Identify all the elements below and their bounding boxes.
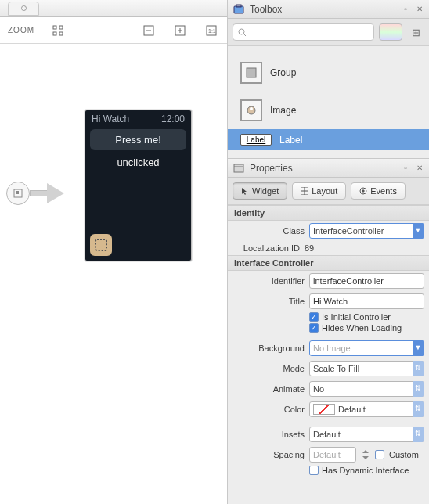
animate-combo[interactable]: No⇅ xyxy=(309,381,424,397)
cursor-icon xyxy=(241,187,249,195)
spacing-field[interactable]: Default xyxy=(309,447,356,463)
chk-hides[interactable]: ✓Hides When Loading xyxy=(228,322,429,333)
color-value: Default xyxy=(338,405,413,414)
panel-close-icon[interactable]: ✕ xyxy=(415,164,424,173)
chk-dynamic[interactable]: Has Dynamic Interface xyxy=(228,465,429,476)
toolbox-search-input[interactable] xyxy=(249,27,369,38)
entry-point-arrow[interactable] xyxy=(6,182,64,205)
prop-row-spacing: Spacing Default Custom xyxy=(228,445,429,465)
background-combo[interactable]: No Image▼ xyxy=(309,340,424,356)
properties-panel: Properties ▫ ✕ Widget Layout Events Iden… xyxy=(228,158,429,504)
toolbox-search[interactable] xyxy=(233,23,374,41)
search-icon xyxy=(238,28,246,37)
toolbox-category-button[interactable] xyxy=(379,23,402,41)
chevron-updown-icon: ⇅ xyxy=(413,401,424,417)
toolbox-header: Toolbox ▫ ✕ xyxy=(228,0,429,19)
toolbox-title: Toolbox xyxy=(250,4,396,15)
panel-minimize-icon[interactable]: ▫ xyxy=(401,5,410,14)
color-combo[interactable]: Default⇅ xyxy=(309,401,424,417)
tab-layout[interactable]: Layout xyxy=(292,182,346,200)
insets-combo[interactable]: Default⇅ xyxy=(309,427,424,442)
toolbox-item-group[interactable]: Group xyxy=(228,54,429,92)
prop-label: Background xyxy=(233,344,305,353)
toolbox-view-mode-icon[interactable]: ⊞ xyxy=(407,23,424,41)
toolbox-icon xyxy=(233,3,245,16)
prop-row-background: Background No Image▼ xyxy=(228,338,429,358)
svg-rect-3 xyxy=(59,32,63,35)
prop-row-locid: Localization ID 89 xyxy=(228,241,429,255)
chevron-down-icon: ▼ xyxy=(413,340,424,356)
group-icon xyxy=(240,62,262,84)
image-icon xyxy=(240,99,262,121)
tab-widget[interactable]: Widget xyxy=(233,182,287,200)
design-canvas-pane: ZOOM 1:1 Hi Watch 12:00 Press me! xyxy=(0,0,227,504)
watch-label[interactable]: unclicked xyxy=(85,153,191,168)
layout-icon xyxy=(301,187,308,195)
identifier-field[interactable]: interfaceController xyxy=(309,273,424,289)
actual-size-icon[interactable]: 1:1 xyxy=(204,23,219,38)
class-combo[interactable]: InterfaceController▼ xyxy=(309,223,424,239)
fit-screen-icon[interactable] xyxy=(50,23,66,38)
mode-value: Scale To Fill xyxy=(313,364,413,373)
watch-clock: 12:00 xyxy=(161,113,185,124)
mode-combo[interactable]: Scale To Fill⇅ xyxy=(309,361,424,376)
insets-value: Default xyxy=(313,430,413,439)
checkbox-checked-icon: ✓ xyxy=(309,323,319,333)
prop-row-mode: Mode Scale To Fill⇅ xyxy=(228,358,429,379)
toolbox-item-label-text: Label xyxy=(279,135,302,146)
class-value: InterfaceController xyxy=(313,226,413,236)
watch-footer xyxy=(85,229,191,261)
stepper-icon[interactable] xyxy=(361,448,370,462)
svg-rect-17 xyxy=(247,68,256,77)
events-icon xyxy=(359,187,367,195)
properties-icon xyxy=(233,162,245,175)
tab-events[interactable]: Events xyxy=(351,182,406,200)
prop-label: Title xyxy=(233,297,305,306)
label-icon: Label xyxy=(240,134,272,146)
tab-widget-label: Widget xyxy=(252,186,279,196)
prop-row-identifier: Identifier interfaceController xyxy=(228,271,429,291)
chk-label: Hides When Loading xyxy=(322,323,402,333)
title-field[interactable]: Hi Watch xyxy=(309,293,424,309)
prop-label: Localization ID xyxy=(228,243,300,253)
chk-label: Is Initial Controller xyxy=(322,312,391,322)
prop-row-class: Class InterfaceController▼ xyxy=(228,221,429,241)
toolbox-item-label: Image xyxy=(270,105,296,116)
panel-close-icon[interactable]: ✕ xyxy=(415,5,424,14)
panel-minimize-icon[interactable]: ▫ xyxy=(401,164,410,173)
right-sidebar: Toolbox ▫ ✕ ⊞ Group Image Label Label xyxy=(227,0,429,504)
toolbox-list: Group Image Label Label xyxy=(228,46,429,158)
tab-events-label: Events xyxy=(370,186,397,196)
prop-label: Spacing xyxy=(233,450,305,459)
zoom-out-icon[interactable] xyxy=(141,23,157,38)
watch-title: Hi Watch xyxy=(92,113,129,124)
prop-row-animate: Animate No⇅ xyxy=(228,379,429,399)
watch-button[interactable]: Press me! xyxy=(90,129,186,150)
chevron-updown-icon: ⇅ xyxy=(413,427,424,442)
spacing-value: Default xyxy=(313,450,341,459)
svg-rect-2 xyxy=(53,32,56,35)
design-canvas[interactable]: Hi Watch 12:00 Press me! unclicked xyxy=(0,44,227,504)
color-swatch-icon xyxy=(313,404,335,415)
toolbox-item-label: Group xyxy=(270,67,296,78)
chevron-updown-icon: ⇅ xyxy=(413,361,424,376)
toolbox-item-label[interactable]: Label Label xyxy=(228,129,429,150)
tab-close-icon[interactable] xyxy=(21,5,27,11)
svg-point-19 xyxy=(250,107,253,110)
locid-value: 89 xyxy=(305,243,424,253)
zoom-in-icon[interactable] xyxy=(172,23,188,38)
watch-placeholder-icon[interactable] xyxy=(90,234,112,256)
chk-is-initial[interactable]: ✓Is Initial Controller xyxy=(228,311,429,322)
custom-label: Custom xyxy=(389,450,419,459)
prop-label: Class xyxy=(233,226,305,236)
chk-label: Has Dynamic Interface xyxy=(322,466,409,475)
watch-interface-preview[interactable]: Hi Watch 12:00 Press me! unclicked xyxy=(85,110,192,261)
properties-tabs: Widget Layout Events xyxy=(228,178,429,205)
browser-tab[interactable] xyxy=(8,2,39,16)
checkbox-icon[interactable] xyxy=(375,450,384,459)
checkbox-icon xyxy=(309,466,319,475)
animate-value: No xyxy=(313,384,413,394)
tab-layout-label: Layout xyxy=(312,186,337,196)
svg-rect-20 xyxy=(234,164,243,172)
toolbox-item-image[interactable]: Image xyxy=(228,92,429,129)
